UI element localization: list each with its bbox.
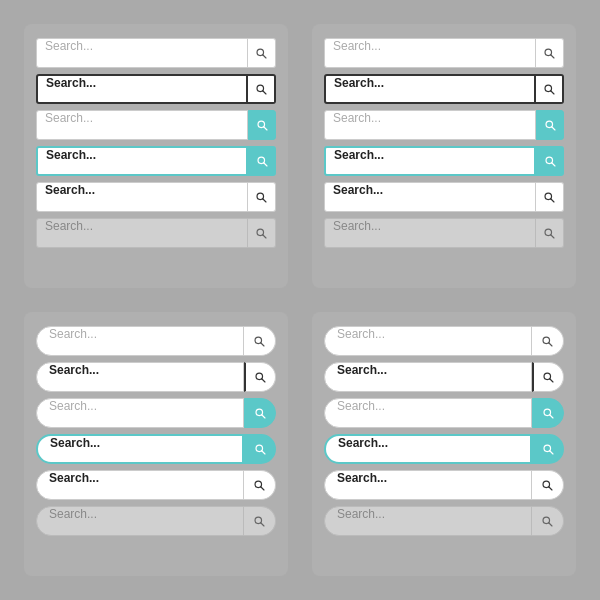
search-bar-tr-5: Search... [324,182,564,212]
search-icon [542,443,555,456]
search-icon [543,227,556,240]
svg-line-19 [551,162,554,165]
search-button-tl-5[interactable] [248,182,276,212]
search-button-tl-2[interactable] [248,74,276,104]
search-button-tl-4[interactable] [248,146,276,176]
svg-line-27 [262,378,265,381]
search-icon [253,335,266,348]
search-input-tr-3[interactable]: Search... [324,110,536,140]
search-icon [543,47,556,60]
main-container: Search... Search... Search... [0,0,600,600]
search-button-br-5[interactable] [532,470,564,500]
svg-line-23 [551,234,554,237]
search-icon [255,227,268,240]
search-button-tr-6[interactable] [536,218,564,248]
search-button-br-2[interactable] [532,362,564,392]
search-bar-bl-4: Search... [36,434,276,464]
search-button-tr-3[interactable] [536,110,564,140]
quadrant-top-right: Search... Search... Search... [312,24,576,288]
search-icon [542,407,555,420]
search-button-bl-1[interactable] [244,326,276,356]
search-icon [541,515,554,528]
search-input-tr-2[interactable]: Search... [324,74,536,104]
search-input-bl-4[interactable]: Search... [36,434,244,464]
search-button-bl-3[interactable] [244,398,276,428]
search-input-bl-1[interactable]: Search... [36,326,244,356]
search-input-tr-4[interactable]: Search... [324,146,536,176]
search-button-tl-1[interactable] [248,38,276,68]
search-icon [256,155,269,168]
search-input-bl-5[interactable]: Search... [36,470,244,500]
quadrant-top-left: Search... Search... Search... [24,24,288,288]
svg-line-31 [261,450,264,453]
search-bar-tl-6: Search... [36,218,276,248]
search-button-br-3[interactable] [532,398,564,428]
search-input-bl-6[interactable]: Search... [36,506,244,536]
search-icon [542,371,555,384]
search-bar-br-3: Search... [324,398,564,428]
search-icon [254,443,267,456]
search-button-br-4[interactable] [532,434,564,464]
quadrant-bottom-right: Search... Search... Search... [312,312,576,576]
search-bar-tr-3: Search... [324,110,564,140]
search-input-tr-5[interactable]: Search... [324,182,536,212]
search-button-br-6[interactable] [532,506,564,536]
svg-line-21 [551,198,554,201]
search-input-br-1[interactable]: Search... [324,326,532,356]
svg-line-5 [263,126,266,129]
search-icon [544,119,557,132]
svg-line-9 [263,198,266,201]
search-input-tl-5[interactable]: Search... [36,182,248,212]
search-input-br-6[interactable]: Search... [324,506,532,536]
search-input-br-3[interactable]: Search... [324,398,532,428]
search-input-tl-4[interactable]: Search... [36,146,248,176]
search-button-tr-5[interactable] [536,182,564,212]
search-button-tl-6[interactable] [248,218,276,248]
search-bar-tr-2: Search... [324,74,564,104]
svg-line-37 [549,342,552,345]
search-icon [543,191,556,204]
search-input-tr-6[interactable]: Search... [324,218,536,248]
search-button-tr-1[interactable] [536,38,564,68]
svg-line-11 [263,234,266,237]
svg-line-17 [551,126,554,129]
search-input-tr-1[interactable]: Search... [324,38,536,68]
search-input-tl-6[interactable]: Search... [36,218,248,248]
svg-line-25 [261,342,264,345]
svg-line-41 [549,414,552,417]
search-button-tr-4[interactable] [536,146,564,176]
search-bar-tl-1: Search... [36,38,276,68]
search-input-tl-3[interactable]: Search... [36,110,248,140]
search-icon [255,83,268,96]
search-button-bl-5[interactable] [244,470,276,500]
search-input-br-4[interactable]: Search... [324,434,532,464]
search-bar-tl-4: Search... [36,146,276,176]
search-bar-bl-3: Search... [36,398,276,428]
search-input-bl-3[interactable]: Search... [36,398,244,428]
search-input-tl-2[interactable]: Search... [36,74,248,104]
search-button-tr-2[interactable] [536,74,564,104]
search-bar-br-6: Search... [324,506,564,536]
search-icon [254,371,267,384]
search-bar-br-2: Search... [324,362,564,392]
search-bar-tl-5: Search... [36,182,276,212]
svg-line-33 [261,486,264,489]
search-icon [254,407,267,420]
search-input-br-5[interactable]: Search... [324,470,532,500]
search-bar-tl-2: Search... [36,74,276,104]
search-input-tl-1[interactable]: Search... [36,38,248,68]
search-button-bl-2[interactable] [244,362,276,392]
search-input-br-2[interactable]: Search... [324,362,532,392]
svg-line-45 [549,486,552,489]
search-button-bl-4[interactable] [244,434,276,464]
search-bar-br-5: Search... [324,470,564,500]
search-icon [255,191,268,204]
search-input-bl-2[interactable]: Search... [36,362,244,392]
search-button-tl-3[interactable] [248,110,276,140]
svg-line-47 [549,522,552,525]
search-bar-br-4: Search... [324,434,564,464]
search-button-bl-6[interactable] [244,506,276,536]
search-button-br-1[interactable] [532,326,564,356]
search-bar-tl-3: Search... [36,110,276,140]
search-icon [255,47,268,60]
